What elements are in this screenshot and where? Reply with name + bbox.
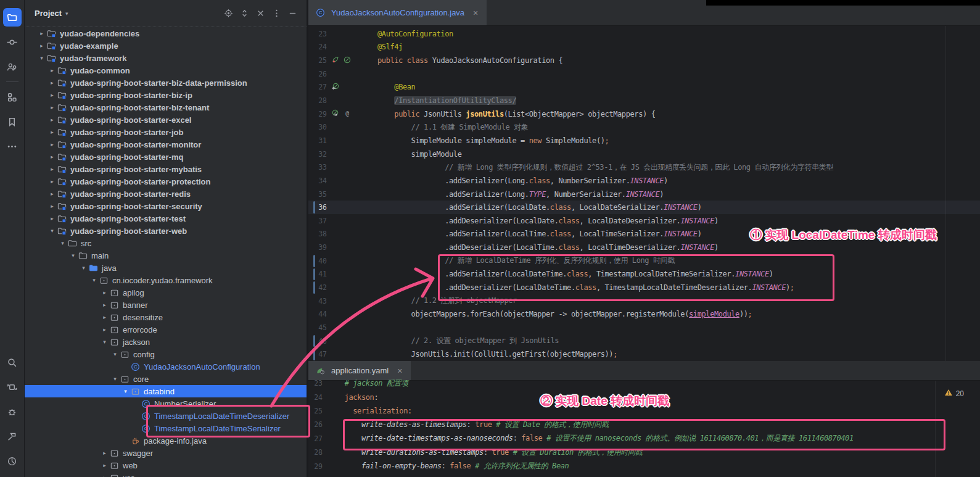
code-line-25[interactable]: 25 serialization: (308, 404, 980, 418)
chevron-down-icon[interactable]: ▾ (121, 388, 130, 394)
tree-item-databind[interactable]: ▾databind (25, 385, 307, 397)
tree-item-yudao-spring-boot-starter-job[interactable]: ▸yudao-spring-boot-starter-job (25, 126, 307, 138)
chevron-down-icon[interactable]: ▾ (79, 265, 88, 271)
chevron-right-icon[interactable]: ▸ (100, 475, 109, 477)
chevron-right-icon[interactable]: ▸ (100, 302, 109, 308)
chevron-down-icon[interactable]: ▾ (110, 376, 120, 382)
tree-item-yudao-spring-boot-starter-security[interactable]: ▸yudao-spring-boot-starter-security (25, 200, 307, 212)
tree-item-jackson[interactable]: ▾jackson (25, 336, 307, 348)
bean-out-icon[interactable] (331, 109, 340, 119)
bean-icon[interactable] (343, 56, 352, 66)
close-icon[interactable]: × (471, 7, 480, 19)
profiler-icon[interactable] (3, 452, 22, 470)
hide-icon[interactable] (284, 6, 300, 22)
chevron-right-icon[interactable]: ▸ (37, 43, 46, 49)
tree-item-yudao-spring-boot-starter-excel[interactable]: ▸yudao-spring-boot-starter-excel (25, 114, 307, 126)
tree-item-yudao-spring-boot-starter-biz-data-permission[interactable]: ▸yudao-spring-boot-starter-biz-data-perm… (25, 77, 307, 89)
chevron-right-icon[interactable]: ▸ (47, 80, 57, 86)
code-line-44[interactable]: 44 objectMappers.forEach(objectMapper ->… (308, 307, 980, 321)
tree-item-package-info-java[interactable]: package-info.java (25, 434, 307, 447)
project-icon[interactable] (3, 8, 22, 27)
tree-item-main[interactable]: ▾main (25, 249, 307, 262)
tab-yudao-jackson-auto-configuration[interactable]: C YudaoJacksonAutoConfiguration.java × (308, 0, 487, 25)
tree-item-yudao-spring-boot-starter-redis[interactable]: ▸yudao-spring-boot-starter-redis (25, 188, 307, 200)
tree-item-yudao-spring-boot-starter-web[interactable]: ▾yudao-spring-boot-starter-web (25, 225, 307, 237)
code-line-46[interactable]: 46 // 2. 设置 objectMapper 到 JsonUtils (308, 334, 980, 348)
chevron-right-icon[interactable]: ▸ (100, 289, 109, 296)
code-line-38[interactable]: 38 .addSerializer(LocalTime.class, Local… (308, 228, 980, 241)
tree-item-yudao-framework[interactable]: ▾yudao-framework (25, 52, 307, 64)
tree-item-yudaojacksonautoconfiguration[interactable]: CYudaoJacksonAutoConfiguration (25, 360, 307, 373)
collapse-all-icon[interactable] (252, 6, 268, 22)
tree-item-yudao-example[interactable]: ▸yudao-example (25, 39, 307, 52)
chevron-right-icon[interactable]: ▸ (47, 178, 57, 185)
chevron-down-icon[interactable]: ▾ (47, 228, 57, 234)
more-icon[interactable] (3, 137, 22, 156)
code-line-43[interactable]: 43 // 1.2 注册到 objectMapper (308, 294, 980, 308)
tree-item-yudao-spring-boot-starter-biz-tenant[interactable]: ▸yudao-spring-boot-starter-biz-tenant (25, 101, 307, 114)
code-line-34[interactable]: 34 .addSerializer(Long.class, NumberSeri… (308, 174, 980, 188)
tree-item-java[interactable]: ▾java (25, 262, 307, 274)
chevron-right-icon[interactable]: ▸ (47, 215, 57, 222)
chevron-down-icon[interactable]: ▾ (58, 240, 67, 246)
chevron-right-icon[interactable]: ▸ (47, 203, 57, 209)
close-icon[interactable]: × (395, 365, 405, 376)
code-line-32[interactable]: 32 simpleModule (308, 147, 980, 161)
chevron-right-icon[interactable]: ▸ (47, 67, 57, 73)
chevron-right-icon[interactable]: ▸ (47, 154, 57, 160)
chevron-right-icon[interactable]: ▸ (100, 450, 109, 456)
code-line-29[interactable]: 29 fail-on-empty-beans: false # 允许序列化无属性… (308, 459, 980, 473)
code-line-27[interactable]: 27 write-date-timestamps-as-nanoseconds:… (308, 432, 980, 446)
tree-item-swagger[interactable]: ▸swagger (25, 447, 307, 459)
code-line-47[interactable]: 47 JsonUtils.init(CollUtil.getFirst(obje… (308, 347, 980, 361)
tree-item-yudao-dependencies[interactable]: ▸yudao-dependencies (25, 27, 307, 39)
chevron-right-icon[interactable]: ▸ (47, 166, 57, 172)
tree-item-yudao-spring-boot-starter-mybatis[interactable]: ▸yudao-spring-boot-starter-mybatis (25, 163, 307, 175)
chevron-down-icon[interactable]: ▾ (68, 252, 78, 259)
tree-item-yudao-spring-boot-starter-mq[interactable]: ▸yudao-spring-boot-starter-mq (25, 151, 307, 163)
code-line-42[interactable]: 42 .addDeserializer(LocalDateTime.class,… (308, 281, 980, 294)
tree-item-timestamplocaldatetimeserializer[interactable]: CTimestampLocalDateTimeSerializer (25, 422, 307, 434)
tree-item-cn-iocoder-yudao-framework[interactable]: ▾cn.iocoder.yudao.framework (25, 274, 307, 286)
tree-item-timestamplocaldatetimedeserializer[interactable]: CTimestampLocalDateTimeDeserializer (25, 410, 307, 422)
tree-item-config[interactable]: ▾config (25, 348, 307, 360)
code-line-35[interactable]: 35 .addSerializer(Long.TYPE, NumberSeria… (308, 188, 980, 201)
tree-item-yudao-spring-boot-starter-test[interactable]: ▸yudao-spring-boot-starter-test (25, 212, 307, 225)
code-line-45[interactable]: 45 (308, 321, 980, 334)
tree-item-apilog[interactable]: ▸apilog (25, 286, 307, 299)
chevron-right-icon[interactable]: ▸ (37, 30, 46, 36)
pull-requests-icon[interactable] (3, 57, 22, 76)
services-icon[interactable] (3, 378, 22, 396)
code-line-24[interactable]: 24 jackson: (308, 390, 980, 404)
tree-item-yudao-spring-boot-starter-monitor[interactable]: ▸yudao-spring-boot-starter-monitor (25, 138, 307, 151)
commit-icon[interactable] (3, 33, 22, 51)
tree-item-yudao-common[interactable]: ▸yudao-common (25, 64, 307, 77)
code-line-23[interactable]: 23 # jackson 配置项 (308, 376, 980, 390)
chevron-right-icon[interactable]: ▸ (47, 104, 57, 110)
chevron-right-icon[interactable]: ▸ (100, 326, 109, 333)
at-icon[interactable]: @ (343, 109, 352, 119)
spring-boot-icon[interactable] (331, 56, 340, 66)
code-line-37[interactable]: 37 .addDeserializer(LocalDate.class, Loc… (308, 214, 980, 228)
code-line-26[interactable]: 26 write-dates-as-timestamps: true # 设置 … (308, 418, 980, 431)
code-line-30[interactable]: 30 // 1.1 创建 SimpleModule 对象 (308, 120, 980, 134)
structure-icon[interactable] (3, 88, 22, 106)
code-line-26[interactable]: 26 (308, 67, 980, 81)
code-line-40[interactable]: 40 // 新增 LocalDateTime 序列化、反序列化规则，使用 Lon… (308, 254, 980, 268)
code-line-33[interactable]: 33 // 新增 Long 类型序列化规则，数值超过 2^53-1，在 JS 会… (308, 160, 980, 174)
code-line-25[interactable]: 25public class YudaoJacksonAutoConfigura… (308, 54, 980, 67)
tree-item-web[interactable]: ▸web (25, 459, 307, 471)
search-icon[interactable] (3, 353, 22, 371)
project-panel-title[interactable]: Project (35, 9, 62, 18)
chevron-right-icon[interactable]: ▸ (47, 191, 57, 197)
code-line-39[interactable]: 39 .addDeserializer(LocalTime.class, Loc… (308, 241, 980, 254)
code-line-28[interactable]: 28 write-durations-as-timestamps: true #… (308, 446, 980, 459)
tree-item-yudao-spring-boot-starter-biz-ip[interactable]: ▸yudao-spring-boot-starter-biz-ip (25, 89, 307, 101)
debug-icon[interactable] (3, 402, 22, 421)
code-line-31[interactable]: 31 SimpleModule simpleModule = new Simpl… (308, 134, 980, 147)
chevron-right-icon[interactable]: ▸ (100, 314, 109, 320)
code-line-27[interactable]: 27 @Bean (308, 81, 980, 94)
tree-item-errorcode[interactable]: ▸errorcode (25, 323, 307, 336)
bookmarks-icon[interactable] (3, 112, 22, 131)
options-icon[interactable] (268, 6, 284, 22)
